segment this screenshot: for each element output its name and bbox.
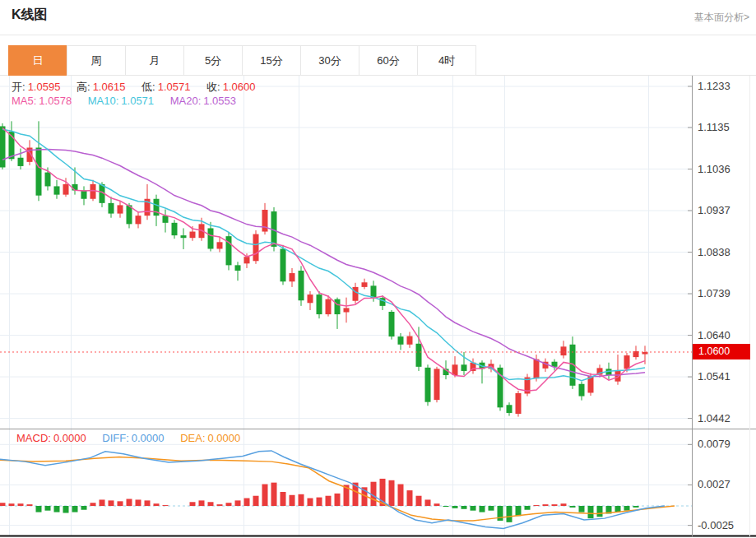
- ma5-line: [2, 128, 645, 392]
- ma20-label: MA20:: [170, 95, 202, 107]
- y-axis-label: 1.0838: [698, 246, 730, 258]
- open-group: 开:1.0595: [12, 81, 60, 93]
- ma20-group: MA20:1.0553: [170, 95, 236, 107]
- close-group: 收:1.0600: [206, 81, 255, 93]
- dea-group: DEA:0.0000: [180, 432, 240, 444]
- low-value: 1.0571: [158, 81, 191, 93]
- header-divider: [0, 35, 756, 35]
- tab-30min[interactable]: 30分: [300, 45, 359, 76]
- ohlc-legend: 开:1.0595 高:1.0615 低:1.0571 收:1.0600: [12, 80, 255, 95]
- dea-line: [0, 457, 675, 521]
- diff-value: 0.0000: [132, 432, 165, 444]
- low-group: 低:1.0571: [141, 81, 190, 93]
- y-axis-label: 0.0027: [698, 478, 730, 490]
- macd-legend: MACD:0.0000 DIFF:0.0000 DEA:0.0000: [16, 432, 240, 444]
- tab-week[interactable]: 周: [67, 45, 126, 76]
- low-label: 低:: [141, 81, 155, 93]
- fundamental-analysis-link[interactable]: 基本面分析>: [694, 11, 749, 25]
- y-axis-label: 0.0079: [698, 438, 730, 450]
- y-axis-label: -0.0025: [698, 519, 734, 531]
- ma10-group: MA10:1.0571: [88, 95, 154, 107]
- y-axis-label: 1.1036: [698, 163, 730, 175]
- frame: [0, 76, 756, 537]
- dea-value: 0.0000: [208, 432, 241, 444]
- high-value: 1.0615: [93, 81, 126, 93]
- interval-tabs: 日周月5分15分30分60分4时: [8, 45, 476, 76]
- high-group: 高:1.0615: [77, 81, 125, 93]
- diff-group: DIFF:0.0000: [102, 432, 164, 444]
- ma5-value: 1.0578: [39, 95, 72, 107]
- page-title: K线图: [12, 7, 48, 24]
- y-axis-label: 1.1233: [698, 80, 730, 92]
- ma10-label: MA10:: [88, 95, 119, 107]
- high-label: 高:: [77, 81, 90, 93]
- y-axis-label: 1.0937: [698, 204, 730, 216]
- y-axis-label: 1.0640: [698, 329, 730, 341]
- ma20-value: 1.0553: [203, 95, 236, 107]
- dea-label: DEA:: [180, 432, 205, 444]
- tab-15min[interactable]: 15分: [242, 45, 301, 76]
- ma-legend: MA5:1.0578 MA10:1.0571 MA20:1.0553: [12, 95, 236, 107]
- ma10-line: [2, 129, 645, 380]
- open-value: 1.0595: [28, 81, 61, 93]
- diff-label: DIFF:: [102, 432, 129, 444]
- y-axis-label: 1.1135: [698, 121, 730, 133]
- tab-4hour[interactable]: 4时: [417, 45, 476, 76]
- diff-line: [0, 451, 665, 529]
- y-axis-label: 1.0541: [698, 370, 730, 383]
- tab-60min[interactable]: 60分: [359, 45, 418, 76]
- ma5-label: MA5:: [12, 95, 36, 107]
- candlestick-series: [0, 121, 648, 416]
- tab-5min[interactable]: 5分: [183, 45, 243, 76]
- tab-day[interactable]: 日: [8, 45, 67, 76]
- macd-value: 0.0000: [53, 432, 86, 444]
- y-axis-label: 1.0442: [698, 412, 730, 424]
- ma10-value: 1.0571: [121, 95, 154, 107]
- interval-tabbar: 日周月5分15分30分60分4时: [0, 45, 756, 76]
- axis-ticks: [688, 86, 692, 526]
- open-label: 开:: [12, 81, 26, 93]
- macd-label: MACD:: [16, 432, 51, 444]
- y-axis-label: 1.0739: [698, 287, 730, 299]
- close-value: 1.0600: [223, 81, 256, 93]
- close-label: 收:: [206, 81, 220, 93]
- current-price-badge: 1.0600: [693, 344, 750, 359]
- macd-group: MACD:0.0000: [16, 432, 86, 444]
- tab-month[interactable]: 月: [125, 45, 184, 76]
- ma5-group: MA5:1.0578: [12, 95, 72, 107]
